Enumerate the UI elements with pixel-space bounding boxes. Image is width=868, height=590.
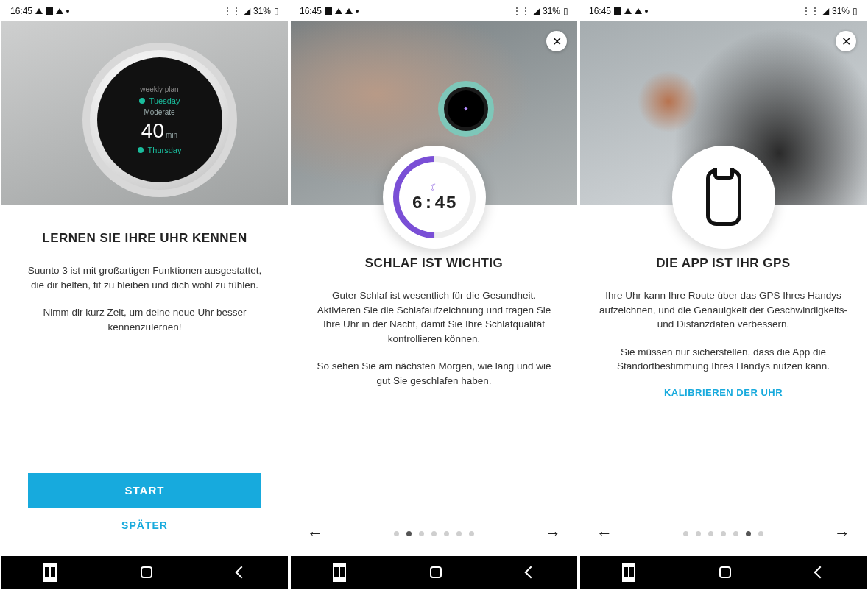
status-time: 16:45	[10, 6, 32, 16]
page-dot[interactable]	[746, 531, 751, 536]
notification-icon	[624, 8, 632, 14]
page-dots	[683, 531, 763, 536]
page-dot[interactable]	[431, 531, 437, 536]
recents-button[interactable]	[622, 567, 635, 577]
pager: ← →	[580, 519, 867, 556]
hero-sleep-image: ✦ ✕ ☾ 6:45	[291, 21, 577, 205]
status-time: 16:45	[300, 6, 322, 16]
battery-icon: ▯	[563, 6, 568, 16]
wifi-icon: ⋮⋮	[512, 6, 530, 16]
later-button[interactable]: SPÄTER	[28, 508, 261, 543]
content-area: LERNEN SIE IHRE UHR KENNEN Suunto 3 ist …	[1, 205, 288, 473]
notification-icon	[46, 7, 53, 15]
back-button[interactable]	[814, 566, 826, 579]
wrist-watch: ✦	[438, 81, 494, 137]
home-button[interactable]	[141, 566, 152, 578]
page-dot[interactable]	[444, 531, 449, 536]
prev-arrow[interactable]: ←	[592, 519, 617, 547]
status-bar: 16:45 ⋮⋮ ◢ 31% ▯	[1, 1, 288, 21]
body-paragraph: Suunto 3 ist mit großartigen Funktionen …	[21, 263, 269, 292]
page-dot[interactable]	[683, 531, 688, 536]
phone-icon	[706, 168, 741, 226]
notification-icon	[345, 8, 353, 14]
body-paragraph: Sie müssen nur sicherstellen, dass die A…	[599, 345, 847, 374]
notification-more-icon	[66, 10, 69, 13]
next-arrow[interactable]: →	[830, 519, 855, 547]
battery-icon: ▯	[274, 6, 279, 16]
home-button[interactable]	[430, 566, 442, 578]
notification-icon	[614, 7, 621, 15]
content-area: SCHLAF IST WICHTIG Guter Schlaf ist wese…	[291, 205, 577, 519]
notification-icon	[635, 8, 642, 14]
body-paragraph: So sehen Sie am nächsten Morgen, wie lan…	[310, 359, 558, 388]
page-dot[interactable]	[708, 531, 713, 536]
page-dot[interactable]	[419, 531, 424, 536]
wifi-icon: ⋮⋮	[802, 6, 819, 16]
notification-more-icon	[356, 10, 359, 13]
page-title: SCHLAF IST WICHTIG	[310, 256, 558, 271]
page-dot[interactable]	[456, 531, 462, 536]
notification-icon	[56, 8, 63, 14]
notification-icon	[325, 7, 332, 15]
page-dot[interactable]	[394, 531, 399, 536]
watch-header: weekly plan	[140, 85, 178, 93]
calibrate-link[interactable]: KALIBRIEREN DER UHR	[599, 387, 847, 398]
hero-watch-image: weekly plan Tuesday Moderate 40 min Thur…	[1, 21, 288, 205]
close-button[interactable]: ✕	[836, 31, 856, 51]
body-paragraph: Ihre Uhr kann Ihre Route über das GPS Ih…	[599, 288, 847, 332]
home-button[interactable]	[719, 566, 731, 578]
moon-icon: ☾	[412, 182, 457, 193]
pager: ← →	[291, 519, 577, 556]
content-area: DIE APP IST IHR GPS Ihre Uhr kann Ihre R…	[580, 205, 867, 519]
page-title: LERNEN SIE IHRE UHR KENNEN	[21, 231, 269, 246]
status-bar: 16:45 ⋮⋮ ◢ 31% ▯	[580, 1, 867, 21]
android-navbar	[291, 556, 577, 589]
notification-more-icon	[645, 10, 648, 13]
next-arrow[interactable]: →	[540, 519, 565, 547]
page-dot[interactable]	[406, 531, 412, 536]
prev-arrow[interactable]: ←	[303, 519, 328, 547]
hero-runner-image: ✕	[580, 21, 867, 205]
onboarding-screen-sleep: 16:45 ⋮⋮ ◢ 31% ▯ ✦ ✕ ☾	[291, 1, 577, 589]
sleep-duration: 6:45	[412, 193, 457, 213]
start-button[interactable]: START	[28, 473, 261, 508]
close-icon: ✕	[552, 35, 562, 49]
onboarding-screen-intro: 16:45 ⋮⋮ ◢ 31% ▯ weekly plan Tuesday Mod…	[1, 1, 288, 589]
body-paragraph: Guter Schlaf ist wesentlich für die Gesu…	[310, 288, 558, 346]
android-navbar	[1, 556, 288, 589]
status-battery: 31%	[253, 6, 271, 16]
status-time: 16:45	[589, 6, 611, 16]
page-dots	[394, 531, 474, 536]
page-title: DIE APP IST IHR GPS	[599, 256, 847, 271]
wifi-icon: ⋮⋮	[223, 6, 241, 16]
onboarding-screen-gps: 16:45 ⋮⋮ ◢ 31% ▯ ✕ DIE APP IST	[580, 1, 867, 589]
signal-icon: ◢	[822, 6, 829, 16]
android-navbar	[580, 556, 867, 589]
notification-icon	[35, 8, 43, 14]
signal-icon: ◢	[533, 6, 540, 16]
gps-phone-badge	[672, 146, 775, 249]
page-dot[interactable]	[733, 531, 738, 536]
recents-button[interactable]	[333, 567, 346, 577]
status-bar: 16:45 ⋮⋮ ◢ 31% ▯	[291, 1, 577, 21]
page-dot[interactable]	[721, 531, 726, 536]
page-dot[interactable]	[469, 531, 474, 536]
back-button[interactable]	[524, 566, 537, 579]
page-dot[interactable]	[696, 531, 701, 536]
signal-icon: ◢	[244, 6, 250, 16]
page-dot[interactable]	[758, 531, 763, 536]
status-battery: 31%	[543, 6, 560, 16]
status-battery: 31%	[832, 6, 850, 16]
close-button[interactable]: ✕	[546, 31, 567, 51]
sleep-badge: ☾ 6:45	[383, 146, 486, 249]
back-button[interactable]	[235, 566, 247, 579]
body-paragraph: Nimm dir kurz Zeit, um deine neue Uhr be…	[21, 305, 269, 334]
recents-button[interactable]	[43, 567, 57, 577]
battery-icon: ▯	[853, 6, 858, 16]
close-icon: ✕	[841, 35, 851, 49]
notification-icon	[335, 8, 342, 14]
